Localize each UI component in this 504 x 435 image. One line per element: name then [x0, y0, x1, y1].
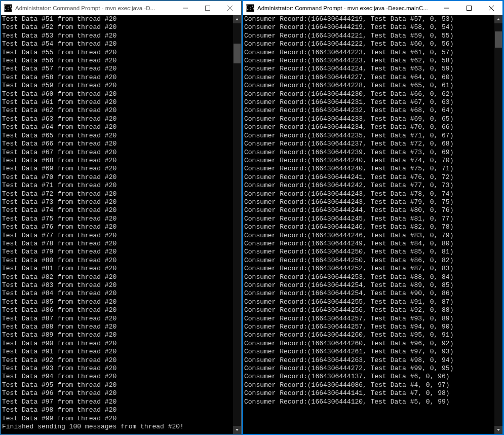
scrollbar-track[interactable] [233, 23, 241, 426]
terminal-line: Consumer Record:(1664306444224, Test Dat… [244, 65, 493, 73]
terminal-line: Consumer Record:(1664306444232, Test Dat… [244, 106, 493, 115]
terminal-line: Test Data #59 from thread #20 [2, 82, 232, 90]
titlebar[interactable]: C:\ Administrator: Command Prompt - mvn … [1, 1, 241, 15]
cmd-window-consumer: C:\ Administrator: Command Prompt - mvn … [242, 1, 503, 434]
terminal-line: Test Data #83 from thread #20 [2, 281, 232, 289]
terminal-line: Test Data #62 from thread #20 [2, 106, 232, 115]
terminal-line: Consumer Record:(1664306444260, Test Dat… [244, 331, 493, 339]
terminal-line: Finished sending 100 messages from threa… [2, 423, 232, 431]
window-title: Administrator: Command Prompt - mvn exec… [257, 5, 436, 11]
terminal-line: Test Data #51 from thread #20 [2, 15, 232, 23]
terminal-line: Consumer Record:(1664306444221, Test Dat… [244, 32, 493, 40]
terminal-line: Consumer Record:(1664306444230, Test Dat… [244, 90, 493, 98]
terminal-line: Test Data #97 from thread #20 [2, 398, 232, 406]
terminal-line: Test Data #60 from thread #20 [2, 90, 232, 98]
terminal-line: Test Data #68 from thread #20 [2, 157, 232, 165]
scrollbar-track[interactable] [494, 23, 502, 426]
terminal-line: Test Data #93 from thread #20 [2, 365, 232, 373]
terminal-line: Consumer Record:(1664306444257, Test Dat… [244, 315, 493, 323]
terminal-line: Consumer Record:(1664306444243, Test Dat… [244, 190, 493, 198]
terminal-line: Consumer Record:(1664306444233, Test Dat… [244, 115, 493, 123]
terminal-line: Test Data #90 from thread #20 [2, 340, 232, 348]
window-title: Administrator: Command Prompt - mvn exec… [15, 5, 174, 11]
scrollbar[interactable] [494, 15, 502, 434]
terminal-line: Consumer Record:(1664306444246, Test Dat… [244, 223, 493, 231]
close-button[interactable] [480, 1, 502, 15]
terminal-line: Consumer Record:(1664306444223, Test Dat… [244, 57, 493, 65]
terminal-output[interactable]: Consumer Record:(1664306444219, Test Dat… [243, 15, 494, 434]
close-button[interactable] [219, 1, 241, 15]
terminal-line: Test Data #55 from thread #20 [2, 49, 232, 57]
svg-rect-7 [467, 6, 472, 11]
terminal-line: Consumer Record:(1664306444219, Test Dat… [244, 15, 493, 23]
scrollbar[interactable] [233, 15, 241, 434]
scroll-up-button[interactable] [494, 15, 502, 23]
terminal-line: Test Data #67 from thread #20 [2, 149, 232, 157]
terminal-line: Test Data #77 from thread #20 [2, 232, 232, 240]
terminal-line: Consumer Record:(1664306444246, Test Dat… [244, 232, 493, 240]
terminal-line: Test Data #69 from thread #20 [2, 165, 232, 173]
terminal-line: Consumer Record:(1664306444235, Test Dat… [244, 132, 493, 140]
terminal-line: Consumer Record:(1664306444250, Test Dat… [244, 257, 493, 265]
terminal-line: Consumer Record:(1664306444086, Test Dat… [244, 381, 493, 389]
terminal-line: Consumer Record:(1664306444227, Test Dat… [244, 74, 493, 82]
terminal-line: Test Data #78 from thread #20 [2, 240, 232, 248]
terminal-line: Test Data #81 from thread #20 [2, 265, 232, 273]
terminal-line: Test Data #89 from thread #20 [2, 331, 232, 339]
maximize-button[interactable] [458, 1, 480, 15]
svg-rect-1 [206, 6, 210, 11]
terminal-line: Test Data #56 from thread #20 [2, 57, 232, 65]
terminal-line: Test Data #98 from thread #20 [2, 406, 232, 414]
terminal-line: Test Data #95 from thread #20 [2, 381, 232, 389]
minimize-button[interactable] [436, 1, 458, 15]
terminal-line: Test Data #52 from thread #20 [2, 23, 232, 31]
maximize-button[interactable] [197, 1, 219, 15]
terminal-line: Consumer Record:(1664306444253, Test Dat… [244, 273, 493, 281]
svg-marker-10 [497, 18, 500, 20]
terminal-line: Consumer Record:(1664306444256, Test Dat… [244, 306, 493, 314]
terminal-line: Consumer Record:(1664306444255, Test Dat… [244, 298, 493, 306]
scroll-down-button[interactable] [233, 426, 241, 434]
terminal-line: Test Data #53 from thread #20 [2, 32, 232, 40]
terminal-line: Test Data #66 from thread #20 [2, 140, 232, 148]
terminal-line: Test Data #79 from thread #20 [2, 248, 232, 256]
terminal-line: Test Data #73 from thread #20 [2, 198, 232, 206]
terminal-area: Test Data #51 from thread #20Test Data #… [1, 15, 241, 434]
terminal-line: Test Data #61 from thread #20 [2, 98, 232, 106]
scrollbar-thumb[interactable] [495, 31, 502, 48]
terminal-line: Consumer Record:(1664306444242, Test Dat… [244, 182, 493, 190]
terminal-line: Consumer Record:(1664306444223, Test Dat… [244, 49, 493, 57]
terminal-line: Test Data #58 from thread #20 [2, 74, 232, 82]
terminal-line: Consumer Record:(1664306444245, Test Dat… [244, 215, 493, 223]
window-controls [436, 1, 502, 15]
scroll-up-button[interactable] [233, 15, 241, 23]
terminal-line: Consumer Record:(1664306444254, Test Dat… [244, 289, 493, 298]
terminal-line: Test Data #82 from thread #20 [2, 273, 232, 281]
minimize-button[interactable] [174, 1, 197, 15]
terminal-line: Consumer Record:(1664306444244, Test Dat… [244, 206, 493, 214]
terminal-line: Test Data #70 from thread #20 [2, 173, 232, 182]
terminal-line: Test Data #85 from thread #20 [2, 298, 232, 306]
terminal-line: Consumer Record:(1664306444254, Test Dat… [244, 281, 493, 289]
terminal-line: Test Data #57 from thread #20 [2, 65, 232, 73]
terminal-line: Consumer Record:(1664306444261, Test Dat… [244, 348, 493, 356]
terminal-line: Test Data #99 from thread #20 [2, 415, 232, 423]
terminal-line: Test Data #96 from thread #20 [2, 389, 232, 397]
terminal-output[interactable]: Test Data #51 from thread #20Test Data #… [1, 15, 233, 434]
terminal-line: Consumer Record:(1664306444257, Test Dat… [244, 323, 493, 331]
scroll-down-button[interactable] [494, 426, 502, 434]
terminal-line: Test Data #91 from thread #20 [2, 348, 232, 356]
terminal-line: Test Data #74 from thread #20 [2, 206, 232, 214]
titlebar[interactable]: C:\ Administrator: Command Prompt - mvn … [243, 1, 502, 15]
terminal-line: Consumer Record:(1664306444240, Test Dat… [244, 165, 493, 173]
terminal-line: Test Data #65 from thread #20 [2, 132, 232, 140]
terminal-line: Consumer Record:(1664306444243, Test Dat… [244, 198, 493, 206]
cmd-icon: C:\ [4, 4, 12, 12]
terminal-line: Test Data #80 from thread #20 [2, 257, 232, 265]
window-controls [174, 1, 241, 15]
terminal-line: Consumer Record:(1664306444252, Test Dat… [244, 265, 493, 273]
terminal-line: Consumer Record:(1664306444249, Test Dat… [244, 240, 493, 248]
terminal-line: Consumer Record:(1664306444234, Test Dat… [244, 123, 493, 131]
terminal-line: Consumer Record:(1664306444141, Test Dat… [244, 389, 493, 397]
scrollbar-thumb[interactable] [234, 44, 241, 64]
